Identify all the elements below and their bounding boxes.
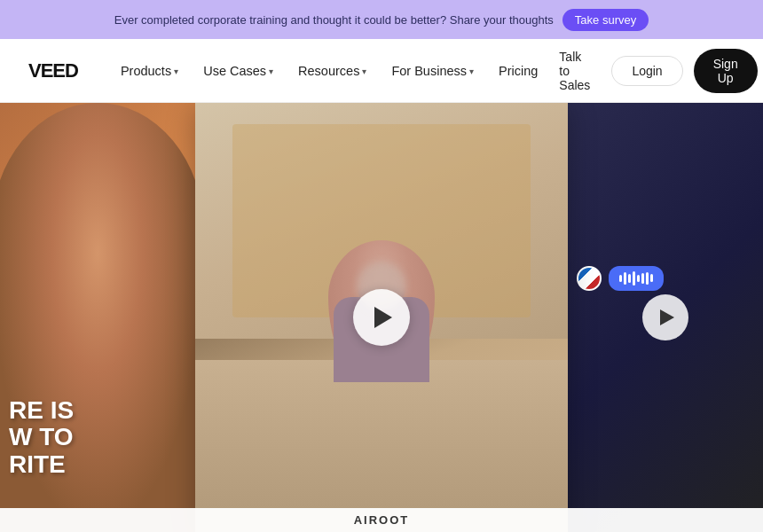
desk-surface (195, 360, 568, 532)
nav-label-use-cases: Use Cases (203, 64, 266, 78)
wave-bar-6 (641, 273, 644, 284)
wave-bar-7 (646, 272, 649, 285)
chevron-down-icon: ▾ (469, 66, 474, 76)
wave-bar-3 (628, 274, 631, 283)
french-flag-icon (577, 266, 602, 291)
nav-item-resources[interactable]: Resources ▾ (287, 57, 377, 85)
banner-text: Ever completed corporate training and th… (114, 13, 554, 27)
top-banner: Ever completed corporate training and th… (0, 0, 763, 39)
center-video[interactable] (195, 103, 568, 532)
talk-to-sales-link[interactable]: Talk to Sales (548, 43, 601, 99)
play-button-right[interactable] (642, 294, 688, 340)
navbar: VEED Products ▾ Use Cases ▾ Resources ▾ … (0, 39, 763, 103)
footer-watermark: AIROOT (0, 508, 763, 532)
logo[interactable]: VEED (28, 59, 78, 82)
wave-bar-4 (633, 271, 635, 286)
play-button-center[interactable] (353, 289, 410, 346)
nav-label-pricing: Pricing (499, 64, 538, 78)
take-survey-button[interactable]: Take survey (562, 9, 649, 31)
chevron-down-icon: ▾ (269, 66, 273, 76)
hero-left-text: RE ISW TORITE (9, 397, 74, 479)
nav-label-resources: Resources (298, 64, 359, 78)
nav-label-products: Products (121, 64, 171, 78)
nav-links: Products ▾ Use Cases ▾ Resources ▾ For B… (110, 57, 548, 85)
nav-item-use-cases[interactable]: Use Cases ▾ (193, 57, 284, 85)
audio-wave-bubble (609, 266, 664, 291)
hero-left-panel: RE ISW TORITE (0, 103, 195, 532)
nav-item-products[interactable]: Products ▾ (110, 57, 189, 85)
wave-bar-2 (624, 272, 626, 285)
nav-right: Talk to Sales Login Sign Up (548, 43, 757, 99)
signup-button[interactable]: Sign Up (694, 49, 758, 93)
hero-right-panel (568, 103, 763, 532)
play-icon-right (660, 309, 674, 325)
chevron-down-icon: ▾ (174, 66, 178, 76)
wave-bar-1 (619, 275, 622, 282)
nav-item-for-business[interactable]: For Business ▾ (381, 57, 484, 85)
hero-section: RE ISW TORITE (0, 103, 763, 532)
left-panel-bg: RE ISW TORITE (0, 103, 195, 532)
chevron-down-icon: ▾ (362, 66, 366, 76)
wave-bar-5 (637, 275, 640, 282)
play-icon (374, 307, 392, 328)
nav-item-pricing[interactable]: Pricing (488, 57, 548, 85)
right-panel-bg (568, 103, 763, 532)
nav-label-for-business: For Business (391, 64, 467, 78)
login-button[interactable]: Login (611, 56, 682, 86)
wave-bar-8 (650, 274, 653, 282)
